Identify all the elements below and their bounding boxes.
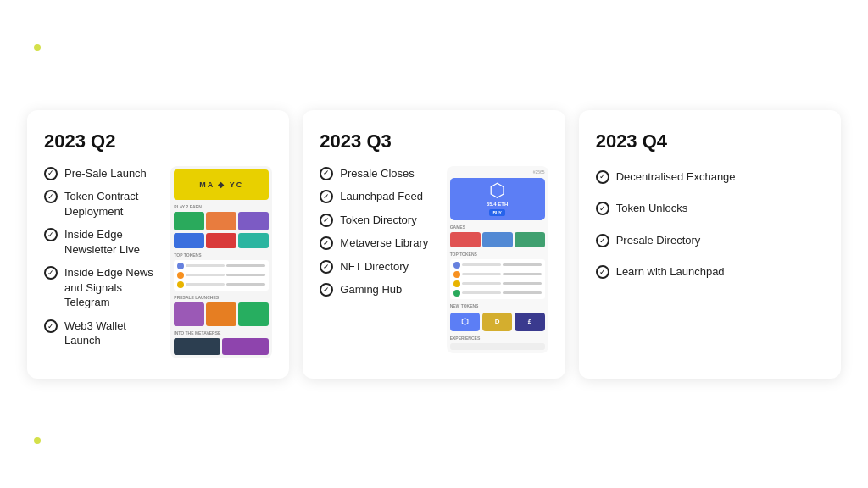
q3-item-1: ✓ Presale Closes	[320, 166, 436, 181]
q3-ss-token-ltc: £	[515, 313, 544, 331]
q2-ss-line5	[186, 283, 225, 286]
check-icon-q4-1: ✓	[596, 170, 609, 184]
check-icon-q3-6: ✓	[320, 283, 333, 297]
q2-ss-line6	[226, 283, 265, 286]
q3-dot-btc	[453, 271, 460, 278]
q3-screenshot: #2565 ⬡ 65.4 ETH BUY GAMES TOP TOKENS	[447, 166, 548, 353]
q2-ss-thumb4	[174, 233, 204, 248]
q2-ss-row2	[174, 233, 269, 248]
check-icon-q4-3: ✓	[596, 234, 609, 247]
q2-ss-token-row1	[175, 262, 267, 270]
q2-ss-thumb6	[238, 233, 269, 248]
q2-items: ✓ Pre-Sale Launch ✓ Token Contract Deplo…	[44, 166, 160, 358]
q2-ss-label2: TOP TOKENS	[174, 252, 269, 258]
check-icon-q3-5: ✓	[320, 260, 333, 274]
card-q2: 2023 Q2 ✓ Pre-Sale Launch ✓ Token Contra…	[27, 110, 289, 379]
q2-ss-thumb5	[206, 233, 236, 248]
q2-ss-line4	[226, 274, 265, 276]
q2-ss-banner: MA ◆ YC	[174, 169, 269, 200]
q2-title: 2023 Q2	[44, 130, 272, 152]
q2-item-3: ✓ Inside Edge Newsletter Live	[44, 227, 160, 257]
q2-ss-presale-3	[238, 302, 269, 326]
check-icon-q4-4: ✓	[596, 265, 609, 279]
q2-item-1: ✓ Pre-Sale Launch	[44, 166, 160, 181]
q3-line8	[503, 291, 542, 294]
q2-ss-bnb-dot	[177, 281, 184, 288]
q3-ss-token-eth: ⬡	[450, 313, 480, 331]
q3-item-2: ✓ Launchpad Feed	[320, 189, 436, 204]
q2-ss-token-row2	[175, 271, 267, 280]
q2-ss-thumb1	[174, 212, 204, 230]
q3-item-3: ✓ Token Directory	[320, 213, 436, 228]
q3-ss-eth-card: ⬡ 65.4 ETH BUY	[450, 178, 545, 220]
check-icon-3: ✓	[44, 228, 58, 241]
q3-ss-price-label: #2565	[450, 169, 545, 175]
q3-item-6: ✓ Gaming Hub	[320, 282, 436, 297]
q2-ss-thumb3	[238, 212, 269, 230]
q4-items: ✓ Decentralised Exchange ✓ Token Unlocks…	[596, 169, 824, 358]
q3-line2	[503, 263, 542, 266]
q3-ss-buy-btn: BUY	[489, 209, 505, 216]
q2-ss-token-row3	[175, 280, 267, 289]
q2-ss-meta-row	[174, 338, 269, 355]
q3-ss-eth-price: 65.4 ETH	[487, 202, 508, 207]
q3-content: ✓ Presale Closes ✓ Launchpad Feed ✓ Toke…	[320, 166, 548, 353]
q3-item-4: ✓ Metaverse Library	[320, 236, 436, 251]
q2-ss-label1: PLAY 2 EARN	[174, 204, 269, 209]
q3-line3	[462, 273, 501, 275]
q3-ss-games-label: GAMES	[450, 225, 545, 230]
roadmap-cards-container: 2023 Q2 ✓ Pre-Sale Launch ✓ Token Contra…	[27, 110, 841, 379]
check-icon-q3-4: ✓	[320, 236, 333, 250]
check-icon-4: ✓	[44, 266, 58, 280]
card-q3: 2023 Q3 ✓ Presale Closes ✓ Launchpad Fee…	[303, 110, 565, 379]
q2-content: ✓ Pre-Sale Launch ✓ Token Contract Deplo…	[44, 166, 272, 358]
q3-ss-token-row4	[452, 289, 543, 297]
q2-item-5: ✓ Web3 Wallet Launch	[44, 319, 160, 348]
q3-ss-game-1	[450, 232, 481, 247]
check-icon-q3-2: ✓	[320, 190, 333, 203]
q2-ss-eth-dot	[177, 263, 184, 269]
q4-item-4: ✓ Learn with Launchpad	[596, 264, 824, 280]
q4-title: 2023 Q4	[596, 130, 824, 152]
q3-dot-eth	[453, 262, 460, 269]
q3-ss-top-tokens-label: TOP TOKENS	[450, 252, 545, 257]
q2-ss-thumb2	[206, 212, 236, 230]
q3-ss-token-row3	[452, 280, 543, 288]
check-icon-1: ✓	[44, 167, 58, 180]
check-icon-5: ✓	[44, 319, 58, 333]
q3-ss-token-row1	[452, 261, 543, 269]
q3-ss-games-row	[450, 232, 545, 247]
q3-ss-token-row2	[452, 270, 543, 279]
q3-line5	[462, 282, 501, 285]
q3-ss-game-2	[482, 232, 513, 247]
q2-ss-line3	[186, 274, 225, 276]
q3-ss-exp-bar	[450, 343, 545, 350]
q2-ss-label4: INTO THE METAVERSE	[174, 330, 269, 336]
q2-ss-line1	[186, 264, 225, 267]
q4-item-3: ✓ Presale Directory	[596, 233, 824, 248]
q3-dot-bnb	[453, 280, 460, 287]
q2-ss-meta-1	[174, 338, 220, 355]
q3-ss-token-cards: ⬡ D £	[450, 313, 545, 331]
q3-ss-new-tokens-label: NEW TOKENS	[450, 303, 545, 308]
q3-line6	[503, 282, 542, 285]
q3-item-5: ✓ NFT Directory	[320, 259, 436, 274]
q2-ss-row1	[174, 212, 269, 230]
q2-ss-meta-2	[222, 338, 269, 355]
q4-item-1: ✓ Decentralised Exchange	[596, 169, 824, 185]
q3-screenshot-wrapper: #2565 ⬡ 65.4 ETH BUY GAMES TOP TOKENS	[447, 166, 548, 353]
q3-ss-token-doge: D	[482, 313, 512, 331]
q2-ss-presale-row	[174, 302, 269, 326]
q3-title: 2023 Q3	[320, 130, 548, 152]
check-icon-q3-1: ✓	[320, 167, 333, 180]
q4-item-2: ✓ Token Unlocks	[596, 201, 824, 216]
q2-item-4: ✓ Inside Edge News and Signals Telegram	[44, 265, 160, 310]
q2-ss-tokens	[174, 260, 269, 291]
q2-ss-presale-2	[206, 302, 236, 326]
q3-items: ✓ Presale Closes ✓ Launchpad Feed ✓ Toke…	[320, 166, 436, 353]
check-icon-q3-3: ✓	[320, 214, 333, 227]
check-icon-2: ✓	[44, 190, 58, 203]
q3-ss-tokens	[450, 259, 545, 299]
check-icon-q4-2: ✓	[596, 202, 609, 215]
q2-ss-presale-1	[174, 302, 204, 326]
